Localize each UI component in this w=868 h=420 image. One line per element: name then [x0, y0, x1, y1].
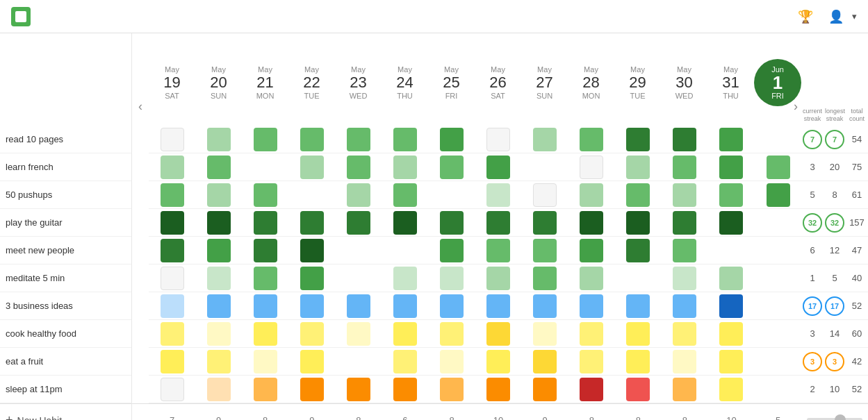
grid-cell[interactable] [755, 153, 801, 181]
grid-cell[interactable] [242, 126, 288, 153]
grid-cell[interactable] [475, 209, 522, 237]
grid-cell[interactable] [149, 292, 195, 320]
grid-cell[interactable] [522, 153, 568, 181]
grid-cell[interactable] [382, 348, 428, 376]
grid-cell[interactable] [475, 264, 522, 292]
grid-cell[interactable] [522, 126, 568, 153]
grid-cell[interactable] [755, 376, 801, 403]
grid-cell[interactable] [428, 209, 475, 237]
grid-cell[interactable] [242, 264, 288, 292]
grid-cell[interactable] [149, 320, 195, 348]
grid-cell[interactable] [662, 264, 708, 292]
grid-cell[interactable] [662, 348, 708, 376]
grid-cell[interactable] [242, 181, 288, 209]
grid-cell[interactable] [708, 292, 755, 320]
grid-cell[interactable] [708, 237, 755, 264]
grid-cell[interactable] [428, 126, 475, 153]
grid-cell[interactable] [522, 376, 568, 403]
grid-cell[interactable] [708, 320, 755, 348]
grid-cell[interactable] [288, 292, 335, 320]
grid-cell[interactable] [522, 209, 568, 237]
grid-cell[interactable] [195, 348, 242, 376]
new-habit-footer[interactable]: + New Habit [0, 403, 131, 420]
grid-cell[interactable] [335, 181, 382, 209]
grid-cell[interactable] [149, 237, 195, 264]
grid-cell[interactable] [662, 292, 708, 320]
grid-cell[interactable] [382, 181, 428, 209]
scroll-slider[interactable] [801, 403, 868, 420]
grid-cell[interactable] [288, 348, 335, 376]
grid-cell[interactable] [335, 209, 382, 237]
grid-cell[interactable] [662, 181, 708, 209]
grid-cell[interactable] [615, 292, 662, 320]
grid-cell[interactable] [428, 292, 475, 320]
grid-cell[interactable] [475, 348, 522, 376]
grid-cell[interactable] [662, 237, 708, 264]
grid-cell[interactable] [568, 126, 615, 153]
grid-cell[interactable] [755, 348, 801, 376]
grid-cell[interactable] [568, 153, 615, 181]
grid-cell[interactable] [335, 264, 382, 292]
grid-cell[interactable] [195, 320, 242, 348]
grid-cell[interactable] [522, 348, 568, 376]
slider-thumb[interactable] [835, 414, 846, 420]
grid-cell[interactable] [662, 209, 708, 237]
grid-cell[interactable] [568, 320, 615, 348]
grid-cell[interactable] [475, 376, 522, 403]
user-menu[interactable]: 👤 ▾ [828, 9, 857, 24]
grid-cell[interactable] [428, 376, 475, 403]
grid-cell[interactable] [195, 237, 242, 264]
grid-cell[interactable] [335, 292, 382, 320]
grid-cell[interactable] [382, 320, 428, 348]
grid-cell[interactable] [428, 237, 475, 264]
prev-arrow[interactable]: ‹ [132, 92, 149, 120]
grid-cell[interactable] [288, 320, 335, 348]
grid-cell[interactable] [149, 348, 195, 376]
grid-cell[interactable] [615, 126, 662, 153]
grid-cell[interactable] [428, 153, 475, 181]
grid-cell[interactable] [382, 264, 428, 292]
grid-cell[interactable] [195, 126, 242, 153]
grid-cell[interactable] [615, 181, 662, 209]
grid-cell[interactable] [522, 292, 568, 320]
grid-cell[interactable] [428, 264, 475, 292]
grid-cell[interactable] [242, 348, 288, 376]
grid-cell[interactable] [288, 126, 335, 153]
grid-cell[interactable] [708, 348, 755, 376]
grid-cell[interactable] [195, 209, 242, 237]
grid-cell[interactable] [195, 292, 242, 320]
grid-cell[interactable] [522, 264, 568, 292]
grid-cell[interactable] [382, 237, 428, 264]
grid-cell[interactable] [568, 237, 615, 264]
grid-cell[interactable] [242, 376, 288, 403]
grid-cell[interactable] [755, 320, 801, 348]
grid-cell[interactable] [335, 153, 382, 181]
grid-cell[interactable] [149, 209, 195, 237]
grid-cell[interactable] [708, 264, 755, 292]
grid-cell[interactable] [615, 153, 662, 181]
grid-cell[interactable] [568, 209, 615, 237]
new-habit-button[interactable]: + New Habit [6, 413, 62, 420]
grid-cell[interactable] [568, 181, 615, 209]
grid-cell[interactable] [149, 264, 195, 292]
grid-cell[interactable] [568, 348, 615, 376]
grid-cell[interactable] [335, 320, 382, 348]
grid-cell[interactable] [195, 181, 242, 209]
grid-cell[interactable] [708, 153, 755, 181]
grid-cell[interactable] [195, 153, 242, 181]
grid-cell[interactable] [615, 264, 662, 292]
grid-cell[interactable] [382, 126, 428, 153]
grid-cell[interactable] [522, 237, 568, 264]
grid-cell[interactable] [755, 181, 801, 209]
grid-cell[interactable] [335, 348, 382, 376]
grid-cell[interactable] [475, 237, 522, 264]
grid-cell[interactable] [615, 320, 662, 348]
grid-cell[interactable] [242, 292, 288, 320]
grid-cell[interactable] [522, 320, 568, 348]
grid-cell[interactable] [475, 126, 522, 153]
grid-cell[interactable] [195, 264, 242, 292]
grid-cell[interactable] [382, 292, 428, 320]
grid-cell[interactable] [475, 153, 522, 181]
grid-cell[interactable] [288, 264, 335, 292]
grid-cell[interactable] [662, 153, 708, 181]
